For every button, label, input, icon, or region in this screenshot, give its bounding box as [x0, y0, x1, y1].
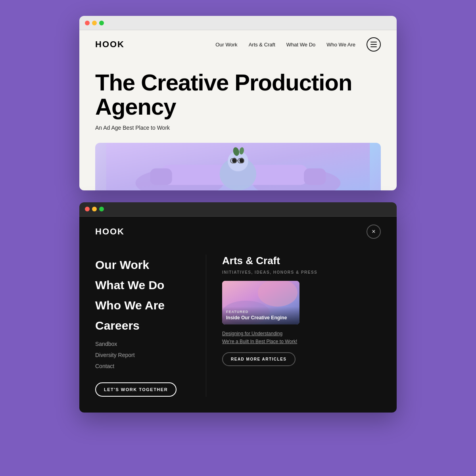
dark-nav-what-we-do[interactable]: What We Do — [95, 275, 190, 295]
navbar: HOOK Our Work Arts & Craft What We Do Wh… — [79, 30, 397, 59]
hero-section: The Creative Production Agency An Ad Age… — [79, 59, 397, 131]
hero-image — [95, 143, 381, 190]
nav-link-who-we-are[interactable]: Who We Are — [326, 42, 355, 48]
dark-nav-our-work[interactable]: Our Work — [95, 255, 190, 275]
nav-link-what-we-do[interactable]: What We Do — [286, 42, 315, 48]
featured-title: Inside Our Creative Engine — [226, 315, 287, 321]
featured-card[interactable]: FEATURED Inside Our Creative Engine — [222, 281, 299, 324]
dark-nav-logo: HOOK — [95, 226, 125, 237]
hamburger-line-2 — [370, 44, 377, 45]
dark-navbar: HOOK × — [79, 217, 397, 247]
maximize-dot[interactable] — [99, 21, 104, 25]
svg-rect-4 — [150, 168, 172, 185]
svg-rect-5 — [304, 168, 326, 185]
dark-nav-contact[interactable]: Contact — [95, 362, 190, 370]
arts-link-1[interactable]: Designing for Understanding — [222, 331, 381, 336]
browser-content-light: HOOK Our Work Arts & Craft What We Do Wh… — [79, 30, 397, 190]
dark-nav-sandbox[interactable]: Sandbox — [95, 340, 190, 348]
read-more-articles-button[interactable]: READ MORE ARTICLES — [222, 352, 296, 366]
hero-illustration — [95, 143, 381, 190]
browser-chrome-light — [79, 16, 397, 30]
browser-window-dark: HOOK × Our Work What We Do Who We Are Ca… — [79, 202, 397, 413]
browser-chrome-dark — [79, 202, 397, 217]
hero-title: The Creative Production Agency — [95, 71, 381, 119]
arts-link-2[interactable]: We're a Built In Best Place to Work! — [222, 339, 381, 344]
dark-nav-who-we-are[interactable]: Who We Are — [95, 295, 190, 315]
minimize-dot-dark[interactable] — [92, 207, 97, 211]
close-icon: × — [372, 228, 375, 235]
dark-nav-diversity[interactable]: Diversity Report — [95, 351, 190, 359]
featured-overlay: FEATURED Inside Our Creative Engine — [222, 307, 299, 324]
hamburger-line-3 — [370, 46, 377, 47]
hero-subtitle: An Ad Age Best Place to Work — [95, 125, 381, 131]
hamburger-menu-button[interactable] — [367, 37, 381, 52]
minimize-dot[interactable] — [92, 21, 97, 25]
close-menu-button[interactable]: × — [367, 225, 381, 239]
dark-nav-careers[interactable]: Careers — [95, 315, 190, 336]
dark-arts-column: Arts & Craft INITIATIVES, IDEAS, HONORS … — [222, 255, 381, 397]
dark-nav-column: Our Work What We Do Who We Are Careers S… — [95, 255, 206, 397]
dark-nav-sub-group: Sandbox Diversity Report Contact — [95, 338, 190, 370]
arts-craft-subtitle: INITIATIVES, IDEAS, HONORS & PRESS — [222, 270, 381, 274]
dark-menu: HOOK × Our Work What We Do Who We Are Ca… — [79, 217, 397, 413]
hamburger-line-1 — [370, 42, 377, 42]
arts-links: Designing for Understanding We're a Buil… — [222, 331, 381, 344]
browser-content-dark: HOOK × Our Work What We Do Who We Are Ca… — [79, 217, 397, 413]
arts-craft-title: Arts & Craft — [222, 255, 381, 267]
browser-window-light: HOOK Our Work Arts & Craft What We Do Wh… — [79, 16, 397, 190]
featured-card-image: FEATURED Inside Our Creative Engine — [222, 281, 299, 324]
close-dot-dark[interactable] — [85, 207, 90, 211]
close-dot[interactable] — [85, 21, 90, 25]
nav-link-arts-craft[interactable]: Arts & Craft — [249, 42, 275, 48]
dark-menu-body: Our Work What We Do Who We Are Careers S… — [79, 247, 397, 413]
maximize-dot-dark[interactable] — [99, 207, 104, 211]
nav-link-our-work[interactable]: Our Work — [215, 42, 237, 48]
nav-logo: HOOK — [95, 39, 125, 50]
nav-links: Our Work Arts & Craft What We Do Who We … — [215, 37, 381, 52]
lets-work-together-button[interactable]: LET'S WORK TOGETHER — [95, 382, 177, 397]
featured-label: FEATURED — [226, 310, 296, 314]
